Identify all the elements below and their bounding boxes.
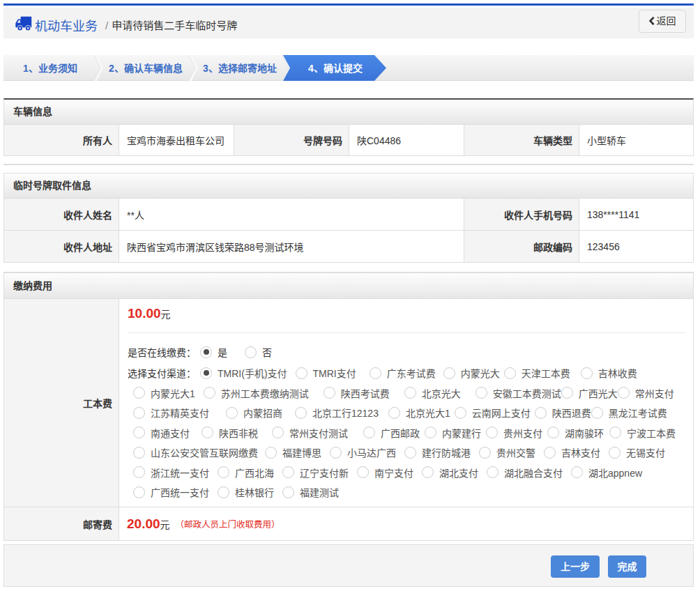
svg-text:3、选择邮寄地址: 3、选择邮寄地址 xyxy=(203,63,277,74)
svg-text:4、确认提交: 4、确认提交 xyxy=(308,63,363,74)
svg-text:1、业务须知: 1、业务须知 xyxy=(23,63,77,74)
svg-text:2、确认车辆信息: 2、确认车辆信息 xyxy=(109,63,183,74)
